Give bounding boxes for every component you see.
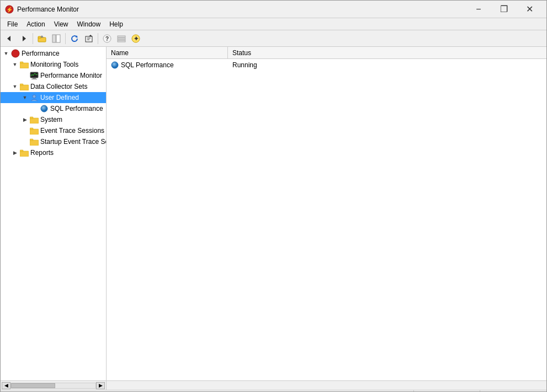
close-button[interactable]: ✕ (517, 1, 542, 18)
svg-rect-23 (20, 62, 23, 63)
sidebar-item-label-event-trace: Event Trace Sessions (40, 127, 104, 135)
svg-rect-31 (30, 118, 39, 123)
toolbar-new-button[interactable]: ✦ (129, 32, 142, 45)
expand-icon-user-defined: ▼ (20, 95, 29, 100)
toolbar: ? ✦ (1, 30, 546, 47)
svg-text:✦: ✦ (134, 35, 139, 42)
content-header: Name Status (107, 47, 546, 59)
svg-rect-33 (30, 129, 39, 135)
status-bar (1, 390, 546, 392)
toolbar-back-button[interactable] (3, 32, 16, 45)
svg-rect-16 (118, 36, 125, 37)
sidebar-item-reports[interactable]: ▶ Reports (1, 147, 106, 158)
svg-text:?: ? (105, 36, 109, 42)
h-scroll-thumb[interactable] (11, 383, 55, 388)
perf-monitor-icon (29, 71, 39, 80)
menu-file[interactable]: File (3, 19, 22, 29)
svg-rect-7 (52, 35, 56, 42)
cell-sql-name: SQL Performance (107, 60, 228, 70)
col-header-status[interactable]: Status (228, 48, 294, 58)
toolbar-properties-button[interactable] (115, 32, 128, 45)
expand-icon-performance: ▼ (2, 51, 10, 56)
sidebar-item-startup-event-trace[interactable]: Startup Event Trace Ses (1, 136, 106, 147)
svg-marker-2 (7, 36, 10, 41)
bottom-bar: ◀ ▶ (1, 380, 546, 390)
svg-rect-18 (118, 40, 125, 42)
svg-marker-13 (89, 35, 92, 36)
svg-point-39 (111, 62, 118, 68)
sidebar-item-system[interactable]: ▶ System (1, 114, 106, 125)
svg-rect-25 (33, 78, 36, 79)
toolbar-separator-2 (65, 33, 66, 44)
minimize-button[interactable]: − (466, 1, 491, 18)
svg-rect-34 (30, 128, 33, 130)
sidebar-item-monitoring-tools[interactable]: ▼ Monitoring Tools (1, 59, 106, 70)
reports-folder-icon (19, 148, 29, 157)
svg-rect-26 (31, 79, 37, 79)
event-trace-icon (29, 126, 39, 135)
app-icon: ⚡ (5, 5, 14, 14)
expand-icon-sql (30, 106, 39, 111)
menu-help[interactable]: Help (105, 19, 128, 29)
menu-view[interactable]: View (50, 19, 73, 29)
svg-rect-38 (20, 150, 23, 152)
content-hscroll-area (107, 381, 546, 390)
svg-rect-27 (20, 85, 29, 90)
content-panel: Name Status SQL Performance (107, 47, 546, 380)
sidebar-item-label-dcs: Data Collector Sets (30, 83, 87, 90)
expand-icon-reports: ▶ (10, 150, 19, 155)
cell-sql-status: Running (228, 60, 294, 70)
svg-point-21 (12, 50, 19, 57)
col-header-name[interactable]: Name (107, 47, 228, 58)
svg-rect-22 (20, 63, 29, 68)
toolbar-export-button[interactable] (82, 32, 95, 45)
svg-rect-37 (20, 151, 29, 157)
svg-rect-8 (56, 35, 60, 42)
main-area: ▼ Performance ▼ Monitoring Tools (1, 47, 546, 380)
sidebar-item-label-monitoring: Monitoring Tools (30, 61, 78, 68)
sidebar-item-perf-monitor[interactable]: Performance Monitor (1, 70, 106, 81)
sidebar-item-label-reports: Reports (30, 149, 54, 157)
restore-button[interactable]: ❐ (491, 1, 517, 18)
menu-window[interactable]: Window (73, 19, 105, 29)
sidebar-hscroll[interactable]: ◀ ▶ (1, 381, 107, 390)
toolbar-help-button[interactable]: ? (100, 32, 114, 45)
svg-point-29 (33, 95, 36, 98)
svg-marker-3 (23, 36, 26, 41)
sidebar-item-label-performance: Performance (22, 50, 60, 57)
svg-rect-32 (30, 117, 33, 119)
system-folder-icon (29, 115, 39, 124)
toolbar-forward-button[interactable] (17, 32, 30, 45)
sidebar-item-label-sql: SQL Performance (50, 105, 103, 112)
toolbar-separator-3 (98, 33, 98, 44)
menu-action[interactable]: Action (22, 19, 49, 29)
window-title: Performance Monitor (17, 6, 79, 13)
toolbar-up-button[interactable] (35, 32, 49, 45)
scroll-left-btn[interactable]: ◀ (2, 382, 10, 389)
sidebar-item-event-trace[interactable]: Event Trace Sessions (1, 125, 106, 136)
sidebar-item-data-collector-sets[interactable]: ▼ Data Collector Sets (1, 81, 106, 92)
dcs-folder-icon (19, 82, 29, 91)
sidebar-item-label-user-defined: User Defined (40, 94, 79, 101)
h-scroll-track[interactable] (10, 383, 96, 389)
title-bar: ⚡ Performance Monitor − ❐ ✕ (1, 1, 546, 18)
expand-icon-perf-monitor (20, 73, 29, 78)
expand-icon-dcs: ▼ (10, 84, 19, 89)
toolbar-showhide-button[interactable] (50, 32, 63, 45)
sidebar-item-performance[interactable]: ▼ Performance (1, 48, 106, 59)
expand-icon-system: ▶ (20, 117, 29, 122)
scroll-right-btn[interactable]: ▶ (96, 382, 105, 389)
toolbar-separator-1 (33, 33, 33, 44)
svg-rect-17 (118, 38, 125, 40)
sql-perf-icon (39, 104, 49, 113)
sidebar-item-sql-performance[interactable]: SQL Performance (1, 103, 106, 114)
sidebar-item-label-system: System (40, 116, 62, 123)
monitoring-folder-icon (19, 60, 29, 69)
sidebar-item-user-defined[interactable]: ▼ User Defined (1, 92, 106, 103)
toolbar-refresh-button[interactable] (68, 32, 81, 45)
svg-text:⚡: ⚡ (6, 6, 13, 13)
svg-rect-10 (86, 36, 92, 42)
svg-rect-36 (30, 139, 33, 141)
content-row-sql[interactable]: SQL Performance Running (107, 59, 546, 71)
menu-bar: File Action View Window Help (1, 18, 546, 30)
